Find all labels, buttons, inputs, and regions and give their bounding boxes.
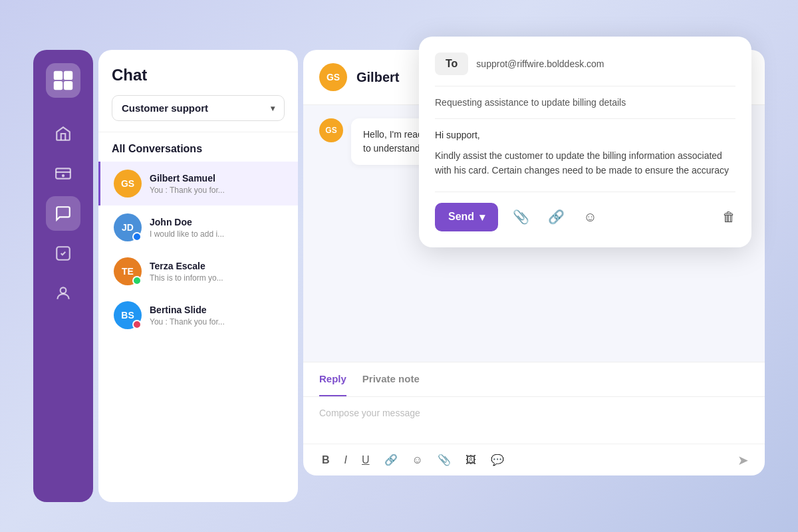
compose-greeting: Hi support,: [435, 130, 735, 140]
facebook-badge-icon: [132, 232, 142, 241]
tab-reply[interactable]: Reply: [319, 362, 346, 396]
underline-icon[interactable]: U: [359, 452, 372, 469]
emoji-icon[interactable]: ☺: [410, 452, 426, 469]
send-reply-button[interactable]: ➤: [737, 452, 749, 468]
conversation-name: Bertina Slide: [150, 305, 285, 315]
sidebar-item-tasks[interactable]: [46, 236, 80, 271]
svg-point-6: [63, 175, 64, 176]
chat-header: Chat Customer support ▾: [98, 50, 298, 132]
compose-card: To supprot@riffwire.bolddesk.com Request…: [419, 37, 751, 247]
conversation-info: Gilbert Samuel You : Thank you for...: [150, 173, 285, 195]
sidebar-item-home[interactable]: [46, 116, 80, 151]
conversation-list: GS Gilbert Samuel You : Thank you for...…: [98, 162, 298, 502]
avatar: TE: [114, 257, 142, 285]
svg-rect-2: [54, 81, 63, 90]
instagram-badge-icon: [132, 320, 142, 329]
sidebar-logo[interactable]: [46, 63, 80, 98]
list-item[interactable]: BS Bertina Slide You : Thank you for...: [98, 293, 298, 337]
image-icon[interactable]: 🖼: [463, 452, 479, 469]
chat-contact-name: Gilbert: [356, 70, 399, 85]
chat-panel: Chat Customer support ▾ All Conversation…: [98, 50, 298, 502]
conversation-preview: This is to inform yo...: [150, 273, 285, 283]
send-label: Send: [448, 211, 474, 223]
compose-actions: Send ▾ 📎 🔗 ☺ 🗑: [435, 192, 735, 231]
svg-point-8: [61, 287, 66, 293]
svg-rect-3: [64, 81, 72, 90]
send-chevron-icon: ▾: [479, 211, 485, 223]
reply-input-area[interactable]: Compose your message: [303, 397, 765, 444]
conversation-name: Gilbert Samuel: [150, 173, 285, 184]
conversation-preview: I would like to add i...: [150, 229, 285, 239]
bold-icon[interactable]: B: [319, 452, 332, 469]
tab-private-note[interactable]: Private note: [362, 362, 420, 396]
conversation-info: Bertina Slide You : Thank you for...: [150, 305, 285, 327]
conversation-name: Terza Escale: [150, 261, 285, 271]
link-icon[interactable]: 🔗: [382, 451, 400, 469]
list-item[interactable]: TE Terza Escale This is to inform yo...: [98, 249, 298, 293]
attach-icon[interactable]: 📎: [509, 205, 533, 229]
chat-icon[interactable]: 💬: [488, 451, 507, 469]
conversations-header: All Conversations: [98, 132, 298, 162]
reply-toolbar: B I U 🔗 ☺ 📎 🖼 💬 ➤: [303, 444, 765, 475]
send-button[interactable]: Send ▾: [435, 203, 498, 231]
link-icon[interactable]: 🔗: [544, 205, 569, 229]
avatar: GS: [319, 118, 343, 142]
conversation-preview: You : Thank you for...: [150, 317, 285, 327]
compose-to-email[interactable]: supprot@riffwire.bolddesk.com: [476, 59, 735, 69]
list-item[interactable]: JD John Doe I would like to add i...: [98, 205, 298, 249]
chat-reply-area: Reply Private note Compose your message …: [303, 362, 765, 475]
compose-to-row: To supprot@riffwire.bolddesk.com: [435, 53, 735, 86]
reply-tabs: Reply Private note: [303, 362, 765, 397]
conversation-preview: You : Thank you for...: [150, 186, 285, 195]
compose-subject[interactable]: Requesting assistance to update billing …: [435, 97, 735, 119]
avatar: JD: [114, 213, 142, 241]
italic-icon[interactable]: I: [342, 452, 350, 469]
whatsapp-badge-icon: [132, 276, 142, 285]
svg-rect-1: [64, 71, 72, 80]
emoji-icon[interactable]: ☺: [579, 205, 600, 229]
channel-label: Customer support: [122, 102, 208, 114]
sidebar: [33, 50, 93, 502]
avatar: GS: [319, 63, 347, 91]
svg-rect-0: [54, 71, 63, 80]
attach-icon[interactable]: 📎: [435, 451, 454, 469]
compose-body[interactable]: Kindly assist the customer to update the…: [435, 148, 735, 178]
sidebar-item-tickets[interactable]: [46, 156, 80, 191]
conversation-name: John Doe: [150, 217, 285, 227]
chat-title: Chat: [112, 66, 285, 84]
avatar: BS: [114, 301, 142, 329]
chevron-down-icon: ▾: [271, 104, 275, 113]
sidebar-item-contacts[interactable]: [46, 276, 80, 311]
conversation-info: John Doe I would like to add i...: [150, 217, 285, 239]
channel-selector[interactable]: Customer support ▾: [112, 95, 285, 121]
reply-placeholder: Compose your message: [319, 408, 420, 418]
sidebar-item-chat[interactable]: [46, 196, 80, 231]
list-item[interactable]: GS Gilbert Samuel You : Thank you for...: [98, 162, 298, 205]
avatar: GS: [114, 170, 142, 198]
delete-button[interactable]: 🗑: [722, 209, 735, 225]
conversation-info: Terza Escale This is to inform yo...: [150, 261, 285, 283]
compose-to-label: To: [435, 53, 468, 75]
